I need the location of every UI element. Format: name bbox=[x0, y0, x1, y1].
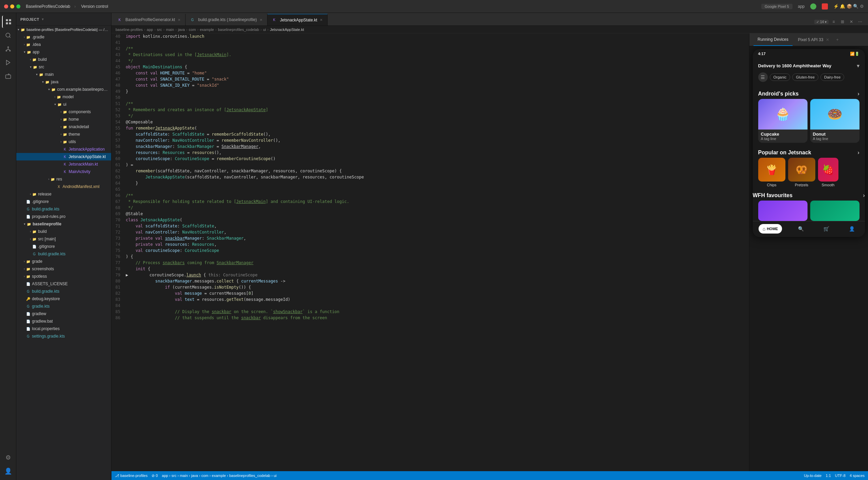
tree-item[interactable]: › 📁 .idea bbox=[16, 41, 111, 48]
tree-item[interactable]: › 📄 local.properties bbox=[16, 325, 111, 332]
stop-button[interactable] bbox=[822, 3, 828, 10]
tree-item[interactable]: › 📄 gradlew bbox=[16, 310, 111, 318]
window-controls[interactable] bbox=[4, 4, 20, 8]
tree-item[interactable]: ▾ 📁 src bbox=[16, 63, 111, 71]
activity-extensions[interactable] bbox=[2, 70, 14, 82]
tree-item[interactable]: › G settings.gradle.kts bbox=[16, 332, 111, 340]
tree-item[interactable]: › 📄 proguard-rules.pro bbox=[16, 213, 111, 220]
sidebar-dropdown[interactable]: ▾ bbox=[42, 17, 44, 21]
add-tab-button[interactable]: + bbox=[836, 37, 838, 42]
tree-item-jetsnack-appstate[interactable]: › K JetsnackAppState.kt bbox=[16, 153, 111, 160]
tree-item[interactable]: › 📁 components bbox=[16, 108, 111, 116]
tree-item[interactable]: › 📁 home bbox=[16, 116, 111, 123]
tree-item[interactable]: › 📁 snackdetail bbox=[16, 123, 111, 131]
activity-explorer[interactable] bbox=[2, 16, 14, 28]
tree-item[interactable]: ▾ 📁 com.example.baselineprofiles_codel bbox=[16, 86, 111, 93]
tab-close-button[interactable]: ✕ bbox=[177, 18, 181, 22]
breadcrumb-item[interactable]: baseline-profiles bbox=[116, 28, 143, 32]
tree-item[interactable]: › 📁 utils bbox=[16, 138, 111, 145]
tree-item[interactable]: › K MainActivity bbox=[16, 168, 111, 175]
nav-search[interactable]: 🔍 bbox=[794, 224, 808, 234]
minimize-button[interactable] bbox=[10, 4, 14, 8]
pretzels-card[interactable]: 🥨 Pretzels bbox=[788, 158, 815, 187]
chip-dairy-free[interactable]: Dairy-free bbox=[820, 73, 844, 81]
tree-root[interactable]: ▾ 📁 baseline-profiles [BaselineProfilesC… bbox=[16, 26, 111, 33]
tree-item[interactable]: › 📁 build bbox=[16, 228, 111, 235]
tree-item[interactable]: › K JetsnackApplication bbox=[16, 145, 111, 153]
nav-cart[interactable]: 🛒 bbox=[819, 224, 833, 234]
tree-item[interactable]: › 📁 .gradle bbox=[16, 33, 111, 41]
wfh-card-green[interactable] bbox=[810, 201, 860, 221]
tree-item[interactable]: › K JetsnackMain.kt bbox=[16, 160, 111, 168]
tree-item[interactable]: › X AndroidManifest.xml bbox=[16, 183, 111, 190]
activity-settings[interactable]: ⚙ bbox=[2, 451, 14, 464]
tree-item[interactable]: › 📄 ASSETS_LICENSE bbox=[16, 280, 111, 288]
encoding[interactable]: UTF-8 bbox=[835, 474, 846, 478]
tab-close-button[interactable]: ✕ bbox=[319, 18, 323, 22]
list-view-button[interactable]: ≡ bbox=[830, 18, 837, 25]
maximize-button[interactable] bbox=[16, 4, 20, 8]
tree-item[interactable]: › 📁 src [main] bbox=[16, 235, 111, 243]
tab-build-gradle[interactable]: G build.gradle.kts (:baselineprofile) ✕ bbox=[186, 14, 267, 25]
split-view-button[interactable]: ⊞ bbox=[839, 18, 846, 25]
run-button[interactable] bbox=[810, 3, 816, 10]
breadcrumb-item[interactable]: example bbox=[200, 28, 214, 32]
breadcrumb-item[interactable]: main bbox=[166, 28, 174, 32]
tree-item[interactable]: › G build.gradle.kts bbox=[16, 205, 111, 213]
tree-item[interactable]: › 🔑 debug.keystore bbox=[16, 295, 111, 303]
nav-home[interactable]: ⌂ HOME bbox=[759, 224, 782, 234]
activity-account[interactable]: 👤 bbox=[2, 465, 14, 477]
pixel-tab[interactable]: Pixel 5 API 33 ✕ bbox=[795, 33, 832, 46]
close-icon[interactable]: ✕ bbox=[826, 37, 829, 42]
tree-item[interactable]: › 📄 .gitignore bbox=[16, 243, 111, 250]
cupcake-card[interactable]: 🧁 Cupcake A tag line bbox=[758, 99, 808, 143]
tree-item[interactable]: › G build.gradle.kts bbox=[16, 288, 111, 295]
close-button[interactable] bbox=[4, 4, 8, 8]
more-actions-button[interactable]: ⋯ bbox=[856, 18, 864, 25]
running-devices-tab[interactable]: Running Devices bbox=[753, 33, 793, 46]
tree-item[interactable]: › 📄 .gitignore bbox=[16, 198, 111, 205]
chip-gluten-free[interactable]: Gluten-free bbox=[792, 73, 818, 81]
filter-icon[interactable]: ☰ bbox=[758, 72, 768, 82]
version-control[interactable]: Version control bbox=[81, 4, 108, 9]
smoothie-card[interactable]: 🍓 Smooth bbox=[818, 158, 838, 187]
nav-profile[interactable]: 👤 bbox=[845, 224, 859, 234]
tab-jetsnack-appstate[interactable]: K JetsnackAppState.kt ✕ bbox=[267, 14, 328, 25]
breadcrumb-item[interactable]: ui bbox=[263, 28, 266, 32]
activity-run[interactable] bbox=[2, 56, 14, 69]
tree-item[interactable]: › 📄 gradlew.bat bbox=[16, 318, 111, 325]
breadcrumb-item[interactable]: java bbox=[178, 28, 185, 32]
spaces[interactable]: 4 spaces bbox=[850, 474, 865, 478]
tree-item[interactable]: › 📁 screenshots bbox=[16, 265, 111, 273]
wfh-arrow[interactable]: › bbox=[863, 192, 865, 199]
tree-item[interactable]: › 📁 res bbox=[16, 175, 111, 183]
chip-organic[interactable]: Organic bbox=[770, 73, 791, 81]
tree-item-app[interactable]: ▾ 📁 app bbox=[16, 48, 111, 56]
tree-item[interactable]: › G build.gradle.kts bbox=[16, 250, 111, 258]
breadcrumb-item[interactable]: baselineprofiles_codelab bbox=[218, 28, 259, 32]
close-all-button[interactable]: ✕ bbox=[848, 18, 855, 25]
code-editor[interactable]: 40 import kotlinx.coroutines.launch 41 4… bbox=[111, 33, 749, 471]
tree-item[interactable]: ▾ 📁 java bbox=[16, 78, 111, 86]
tree-item[interactable]: › 📁 build bbox=[16, 56, 111, 63]
activity-source-control[interactable] bbox=[2, 43, 14, 55]
tree-item-baselineprofile[interactable]: ▾ 📁 baselineprofile bbox=[16, 220, 111, 228]
androids-picks-arrow[interactable]: › bbox=[857, 91, 859, 97]
chips-card[interactable]: 🍟 Chips bbox=[758, 158, 785, 187]
tree-item[interactable]: ▾ 📁 ui bbox=[16, 101, 111, 108]
file-tree[interactable]: ▾ 📁 baseline-profiles [BaselineProfilesC… bbox=[16, 26, 111, 480]
tree-item-release[interactable]: › 📁 release bbox=[16, 190, 111, 198]
tree-item[interactable]: ▾ 📁 main bbox=[16, 71, 111, 78]
wfh-card-purple[interactable] bbox=[758, 201, 808, 221]
tree-item-spotless[interactable]: › 📁 spotless bbox=[16, 273, 111, 280]
tab-baseline-profile-generator[interactable]: K BaselineProfileGenerator.kt ✕ bbox=[113, 14, 186, 25]
tab-close-button[interactable]: ✕ bbox=[259, 18, 263, 22]
expand-icon[interactable]: ▾ bbox=[857, 63, 860, 69]
tree-item[interactable]: › 📁 model bbox=[16, 93, 111, 101]
tree-item[interactable]: › 📁 grade bbox=[16, 258, 111, 265]
popular-arrow[interactable]: › bbox=[857, 150, 859, 156]
breadcrumb-item[interactable]: src bbox=[157, 28, 162, 32]
tree-item[interactable]: › G gradle.kts bbox=[16, 303, 111, 310]
breadcrumb-item[interactable]: com bbox=[189, 28, 196, 32]
tree-item-theme[interactable]: › 📁 theme bbox=[16, 131, 111, 138]
